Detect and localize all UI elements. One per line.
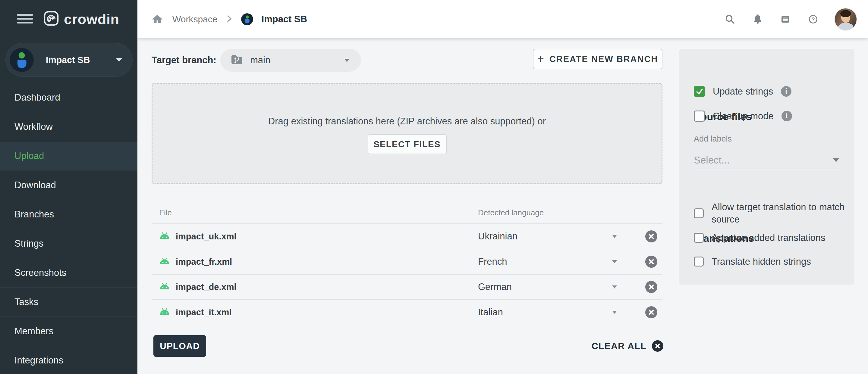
topbar-actions: ? bbox=[723, 0, 857, 38]
dropzone-text: Drag existing translations here (ZIP arc… bbox=[268, 115, 546, 128]
remove-file-button[interactable] bbox=[645, 281, 657, 293]
language-select[interactable]: German bbox=[478, 275, 512, 299]
create-new-branch-button[interactable]: + CREATE NEW BRANCH bbox=[533, 49, 662, 69]
chevron-down-icon[interactable] bbox=[612, 285, 617, 288]
chevron-down-icon bbox=[116, 58, 122, 62]
target-branch-label: Target branch: bbox=[152, 49, 216, 72]
breadcrumb: Workspace Impact SB bbox=[151, 0, 307, 38]
file-dropzone[interactable]: Drag existing translations here (ZIP arc… bbox=[152, 83, 662, 184]
sidebar-item-members[interactable]: Members bbox=[0, 316, 137, 346]
option-approve-added: Approve added translations bbox=[694, 230, 825, 245]
sidebar-item-workflow[interactable]: Workflow bbox=[0, 112, 137, 141]
remove-file-button[interactable] bbox=[645, 306, 657, 318]
option-cleanup-mode: Cleanup mode i bbox=[694, 110, 792, 122]
checkbox-translate-hidden[interactable] bbox=[694, 257, 704, 267]
labels-select[interactable]: Select... bbox=[694, 151, 841, 169]
checkbox-allow-match-source[interactable] bbox=[694, 208, 704, 218]
remove-file-button[interactable] bbox=[645, 256, 657, 268]
sidebar-item-screenshots[interactable]: Screenshots bbox=[0, 258, 137, 287]
language-select[interactable]: Ukrainian bbox=[478, 224, 518, 249]
hamburger-menu-icon[interactable] bbox=[17, 14, 33, 24]
breadcrumb-project[interactable]: Impact SB bbox=[261, 14, 307, 25]
help-icon[interactable]: ? bbox=[807, 13, 820, 26]
search-icon[interactable] bbox=[723, 13, 737, 26]
project-selector-name: Impact SB bbox=[46, 55, 90, 65]
branch-select[interactable]: main bbox=[220, 49, 361, 72]
file-name: impact_de.xml bbox=[176, 275, 236, 299]
add-labels-label: Add labels bbox=[694, 134, 732, 144]
sidebar-item-tasks[interactable]: Tasks bbox=[0, 287, 137, 316]
android-file-icon bbox=[159, 257, 170, 266]
file-name: impact_uk.xml bbox=[176, 224, 236, 249]
clear-all-button[interactable]: CLEAR ALL bbox=[539, 335, 663, 357]
column-header-detected-language: Detected language bbox=[478, 202, 544, 224]
language-select[interactable]: Italian bbox=[478, 300, 503, 325]
sidebar-item-strings[interactable]: Strings bbox=[0, 229, 137, 258]
table-row: impact_uk.xml Ukrainian bbox=[152, 224, 662, 249]
sidebar-item-download[interactable]: Download bbox=[0, 170, 137, 200]
clear-all-x-icon bbox=[652, 340, 663, 352]
language-select[interactable]: French bbox=[478, 249, 507, 274]
branch-folder-icon bbox=[230, 54, 244, 67]
option-translate-hidden: Translate hidden strings bbox=[694, 253, 811, 269]
project-avatar bbox=[10, 48, 34, 72]
topbar: Workspace Impact SB ? bbox=[137, 0, 868, 38]
chevron-down-icon bbox=[833, 159, 839, 162]
checkbox-approve-added[interactable] bbox=[694, 233, 704, 243]
upload-button[interactable]: UPLOAD bbox=[153, 335, 206, 357]
user-avatar[interactable] bbox=[834, 8, 857, 31]
crowdin-logo[interactable]: crowdin bbox=[43, 10, 119, 28]
sidebar-item-branches[interactable]: Branches bbox=[0, 200, 137, 229]
labels-select-placeholder: Select... bbox=[694, 155, 730, 166]
branch-select-value: main bbox=[250, 55, 270, 66]
svg-text:?: ? bbox=[812, 16, 815, 22]
messages-icon[interactable] bbox=[779, 13, 792, 26]
sidebar: crowdin Impact SB Dashboard Workflow Upl… bbox=[0, 0, 137, 374]
info-icon[interactable]: i bbox=[781, 111, 792, 121]
crowdin-logo-icon bbox=[43, 10, 59, 27]
chevron-down-icon bbox=[344, 59, 350, 62]
info-icon[interactable]: i bbox=[781, 86, 792, 97]
sidebar-nav: Dashboard Workflow Upload Download Branc… bbox=[0, 83, 137, 374]
file-name: impact_fr.xml bbox=[176, 249, 232, 274]
project-selector[interactable]: Impact SB bbox=[5, 43, 133, 77]
chevron-right-icon bbox=[226, 14, 233, 24]
crowdin-wordmark: crowdin bbox=[64, 11, 119, 27]
file-name: impact_it.xml bbox=[176, 300, 231, 325]
checkbox-cleanup-mode[interactable] bbox=[694, 110, 705, 122]
select-files-button[interactable]: SELECT FILES bbox=[368, 134, 447, 154]
android-file-icon bbox=[159, 232, 170, 241]
sidebar-item-upload[interactable]: Upload bbox=[0, 141, 137, 170]
option-update-strings: Update strings i bbox=[694, 86, 792, 97]
sidebar-item-integrations[interactable]: Integrations bbox=[0, 346, 137, 374]
chevron-down-icon[interactable] bbox=[612, 311, 617, 314]
checkbox-update-strings[interactable] bbox=[694, 86, 705, 97]
chevron-down-icon[interactable] bbox=[612, 235, 617, 238]
notifications-bell-icon[interactable] bbox=[751, 13, 764, 26]
home-icon[interactable] bbox=[151, 13, 164, 26]
breadcrumb-workspace[interactable]: Workspace bbox=[173, 14, 218, 24]
column-header-file: File bbox=[159, 202, 172, 224]
android-file-icon bbox=[159, 282, 170, 292]
table-row: impact_fr.xml French bbox=[152, 249, 662, 275]
table-row: impact_it.xml Italian bbox=[152, 300, 662, 325]
table-row: impact_de.xml German bbox=[152, 275, 662, 300]
file-table-header: File Detected language bbox=[152, 202, 662, 224]
breadcrumb-project-avatar bbox=[241, 13, 253, 25]
remove-file-button[interactable] bbox=[645, 230, 657, 242]
plus-icon: + bbox=[537, 53, 544, 64]
sidebar-item-dashboard[interactable]: Dashboard bbox=[0, 83, 137, 112]
chevron-down-icon[interactable] bbox=[612, 260, 617, 263]
android-file-icon bbox=[159, 308, 170, 317]
upload-options-panel: Source files Update strings i Cleanup mo… bbox=[679, 49, 855, 284]
option-allow-match-source: Allow target translation to match source bbox=[694, 200, 853, 227]
